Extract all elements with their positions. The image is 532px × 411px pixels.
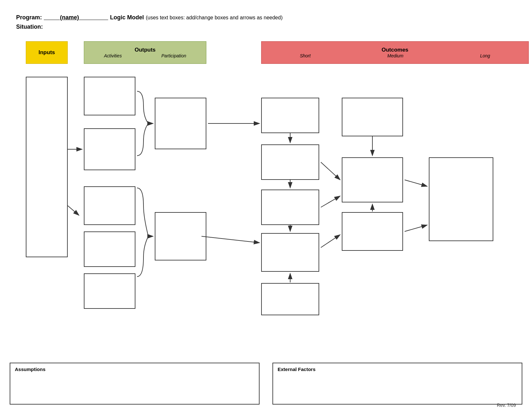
svg-line-16 (405, 180, 427, 186)
inputs-header: Inputs (26, 41, 68, 64)
svg-line-17 (405, 225, 427, 231)
program-label: Program: (16, 13, 42, 22)
page: Program: _____(name)_________ Logic Mode… (0, 0, 532, 411)
svg-line-2 (68, 206, 79, 215)
short-outcome-2[interactable] (261, 144, 319, 180)
program-name: _____(name)_________ (44, 13, 108, 22)
diagram: Inputs Outputs Activities Participation … (16, 41, 516, 380)
outputs-subtitle: Activities Participation (84, 53, 206, 58)
subtitle-text: (uses text boxes: add/change boxes and a… (146, 14, 282, 22)
outcomes-title: Outcomes (381, 47, 408, 53)
activities-box-2[interactable] (84, 128, 135, 170)
outputs-header: Outputs Activities Participation (84, 41, 206, 64)
medium-outcome-1[interactable] (342, 98, 403, 136)
long-outcome-1[interactable] (429, 157, 493, 241)
activities-box-1[interactable] (84, 77, 135, 115)
svg-line-12 (321, 196, 340, 207)
svg-line-11 (321, 162, 340, 180)
footer-text: Rev. 7/09 (497, 403, 516, 408)
activities-box-5[interactable] (84, 273, 135, 309)
external-factors-box[interactable]: External Factors (272, 363, 522, 405)
bottom-section: Assumptions External Factors (10, 363, 522, 405)
activities-box-4[interactable] (84, 231, 135, 267)
outputs-title: Outputs (134, 47, 155, 53)
inputs-box[interactable] (26, 77, 68, 257)
medium-outcome-2[interactable] (342, 157, 403, 202)
header: Program: _____(name)_________ Logic Mode… (16, 13, 516, 32)
svg-line-6 (202, 236, 260, 243)
activities-box-3[interactable] (84, 186, 135, 225)
short-outcome-1[interactable] (261, 98, 319, 133)
assumptions-box[interactable]: Assumptions (10, 363, 260, 405)
situation-label: Situation: (16, 24, 43, 30)
footer: Rev. 7/09 (497, 403, 516, 408)
assumptions-title: Assumptions (15, 367, 254, 372)
inputs-title: Inputs (39, 49, 55, 56)
svg-line-13 (321, 235, 340, 248)
logic-model-label: Logic Model (110, 13, 144, 22)
medium-outcome-3[interactable] (342, 212, 403, 251)
external-factors-title: External Factors (278, 367, 517, 372)
short-outcome-3[interactable] (261, 190, 319, 225)
outcomes-sub2: Medium (387, 53, 403, 58)
outcomes-sub1: Short (300, 53, 310, 58)
outputs-sub2: Participation (162, 53, 186, 58)
short-outcome-4[interactable] (261, 233, 319, 272)
outcomes-header: Outcomes Short Medium Long (261, 41, 529, 64)
short-outcome-5[interactable] (261, 283, 319, 315)
outcomes-sub3: Long (480, 53, 490, 58)
outcomes-subtitle: Short Medium Long (261, 53, 528, 58)
outputs-sub1: Activities (104, 53, 122, 58)
participation-box-1[interactable] (155, 98, 206, 149)
participation-box-2[interactable] (155, 212, 206, 260)
